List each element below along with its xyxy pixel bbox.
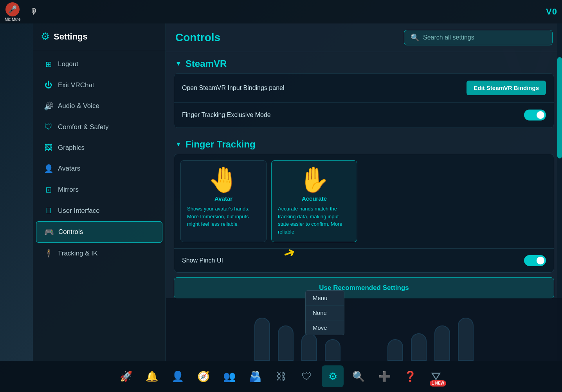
gesture-container	[166, 298, 562, 361]
accurate-hand-icon-area: ✋ Accurate	[299, 167, 330, 202]
taskbar-rocket[interactable]: 🚀	[115, 365, 137, 387]
finger-tracking-card: 🤚 Avatar Shows your avatar's hands. More…	[174, 154, 554, 273]
context-menu: Menu None Move	[305, 290, 344, 335]
taskbar-bell[interactable]: 🔔	[141, 365, 163, 387]
mic-mute-label: Mic Mute	[5, 17, 21, 22]
settings-title: Settings	[54, 32, 88, 42]
sidebar-item-controls[interactable]: 🎮 Controls	[36, 221, 162, 243]
sidebar-item-comfort-safety[interactable]: 🛡 Comfort & Safety	[36, 117, 162, 137]
avatar-hand-description: Shows your avatar's hands. More Immersio…	[187, 205, 260, 228]
taskbar-gear[interactable]: ⚙	[322, 365, 344, 387]
sidebar-item-label-audio: Audio & Voice	[58, 102, 99, 110]
finger-tracking-chevron-icon: ▼	[175, 141, 182, 148]
accurate-hand-icon: ✋	[299, 167, 330, 192]
logout-icon: ⊞	[44, 59, 53, 69]
finger-4	[325, 339, 340, 361]
controls-icon: 🎮	[44, 227, 54, 237]
v0-badge: V0	[546, 7, 557, 17]
sidebar-item-label-avatars: Avatars	[58, 165, 80, 173]
context-menu-item-move[interactable]: Move	[306, 320, 344, 335]
sidebar-item-mirrors[interactable]: ⊡ Mirrors	[36, 180, 162, 200]
sidebar-item-label-logout: Logout	[58, 60, 78, 68]
sidebar-item-logout[interactable]: ⊞ Logout	[36, 54, 162, 74]
scroll-thumb[interactable]	[557, 57, 562, 158]
taskbar-network[interactable]: ⛓	[270, 365, 292, 387]
taskbar-plus[interactable]: ➕	[373, 365, 395, 387]
avatar-tracking-option[interactable]: 🤚 Avatar Shows your avatar's hands. More…	[180, 160, 267, 242]
avatar-hand-label: Avatar	[214, 195, 232, 202]
tracking-icon: 🕴	[44, 249, 53, 258]
avatars-icon: 👤	[44, 164, 53, 173]
sidebar-item-exit[interactable]: ⏻ Exit VRChat	[36, 75, 162, 95]
content-title: Controls	[175, 31, 220, 44]
sidebar-item-label-mirrors: Mirrors	[58, 186, 79, 194]
mic-icon[interactable]: 🎙	[27, 5, 41, 19]
steamvr-section-title: SteamVR	[186, 58, 227, 69]
taskbar-vrchat-logo[interactable]: 1 NEW	[425, 365, 447, 387]
accurate-tracking-option[interactable]: ✋ Accurate Accurate hands match the trac…	[271, 160, 357, 242]
sidebar-item-avatars[interactable]: 👤 Avatars	[36, 158, 162, 179]
mic-mute-icon[interactable]: 🎤	[5, 2, 20, 16]
settings-gear-icon: ⚙	[41, 31, 50, 43]
search-bar[interactable]: 🔍 Search all settings	[404, 30, 553, 45]
finger-1	[254, 318, 270, 361]
finger-5	[387, 339, 403, 361]
search-placeholder: Search all settings	[423, 34, 474, 41]
sidebar-item-label-exit: Exit VRChat	[58, 81, 94, 89]
finger-tracking-options: 🤚 Avatar Shows your avatar's hands. More…	[174, 154, 554, 248]
shield-icon: 🛡	[44, 122, 53, 131]
sidebar-item-label-controls: Controls	[58, 228, 83, 236]
taskbar-compass[interactable]: 🧭	[193, 365, 214, 387]
content-header: Controls 🔍 Search all settings	[166, 23, 562, 52]
taskbar-shield[interactable]: 🛡	[296, 365, 318, 387]
finger-tracking-section-title: Finger Tracking	[186, 139, 256, 150]
finger-tracking-section-header[interactable]: ▼ Finger Tracking	[166, 133, 562, 154]
sidebar-nav: ⊞ Logout ⏻ Exit VRChat 🔊 Audio & Voice 🛡…	[33, 50, 166, 361]
context-menu-item-none[interactable]: None	[306, 306, 344, 320]
sidebar-item-label-ui: User Interface	[58, 207, 100, 215]
finger-3	[301, 333, 317, 361]
accurate-hand-description: Accurate hands match the tracking data, …	[278, 205, 351, 236]
steamvr-section-header[interactable]: ▼ SteamVR	[166, 52, 562, 73]
taskbar: 🚀 🔔 👤 🧭 👥 🫂 ⛓ 🛡 ⚙ 🔍 ➕ ❓ 1 NEW	[0, 361, 562, 392]
show-pinch-toggle[interactable]	[524, 255, 546, 266]
sidebar-item-graphics[interactable]: 🖼 Graphics	[36, 138, 162, 158]
ui-icon: 🖥	[44, 206, 53, 215]
settings-header: ⚙ Settings	[33, 23, 166, 50]
context-menu-item-menu[interactable]: Menu	[306, 291, 344, 306]
show-pinch-row: Show Pinch UI	[174, 248, 554, 272]
sidebar-item-user-interface[interactable]: 🖥 User Interface	[36, 201, 162, 221]
svg-marker-0	[432, 373, 440, 379]
finger-2	[278, 325, 294, 361]
taskbar-person[interactable]: 👤	[167, 365, 189, 387]
finger-tracking-exclusive-toggle[interactable]	[524, 110, 546, 120]
steamvr-bindings-row: Open SteamVR Input Bindings panel Edit S…	[174, 74, 554, 102]
recommended-settings-button[interactable]: Use Recommended Settings	[174, 277, 554, 298]
taskbar-badge: 1 NEW	[430, 380, 446, 387]
sidebar-item-tracking-ik[interactable]: 🕴 Tracking & IK	[36, 243, 162, 264]
taskbar-search[interactable]: 🔍	[348, 365, 369, 387]
exit-icon: ⏻	[44, 81, 53, 90]
finger-7	[434, 325, 450, 361]
steamvr-chevron-icon: ▼	[175, 60, 182, 67]
sidebar-item-label-tracking: Tracking & IK	[58, 250, 97, 257]
sidebar-item-label-comfort: Comfort & Safety	[58, 123, 108, 131]
steamvr-card: Open SteamVR Input Bindings panel Edit S…	[174, 73, 554, 128]
finger-tracking-exclusive-label: Finger Tracking Exclusive Mode	[182, 111, 271, 119]
avatar-hand-icon: 🤚	[208, 167, 239, 192]
settings-panel: ⚙ Settings ⊞ Logout ⏻ Exit VRChat 🔊 Audi…	[33, 23, 166, 361]
sidebar-item-audio-voice[interactable]: 🔊 Audio & Voice	[36, 96, 162, 116]
search-icon: 🔍	[411, 33, 419, 42]
finger-tracking-exclusive-row: Finger Tracking Exclusive Mode	[174, 102, 554, 128]
edit-steamvr-bindings-button[interactable]: Edit SteamVR Bindings	[467, 81, 546, 95]
top-bar: 🎤 Mic Mute 🎙 V0	[0, 0, 562, 23]
accurate-hand-label: Accurate	[302, 195, 327, 202]
graphics-icon: 🖼	[44, 143, 53, 152]
sidebar-item-label-graphics: Graphics	[58, 144, 85, 152]
finger-6	[411, 333, 427, 361]
taskbar-help[interactable]: ❓	[399, 365, 421, 387]
mic-mute-area[interactable]: 🎤 Mic Mute	[5, 2, 21, 22]
taskbar-friends[interactable]: 🫂	[244, 365, 266, 387]
taskbar-social[interactable]: 👥	[218, 365, 240, 387]
mirrors-icon: ⊡	[44, 185, 53, 194]
